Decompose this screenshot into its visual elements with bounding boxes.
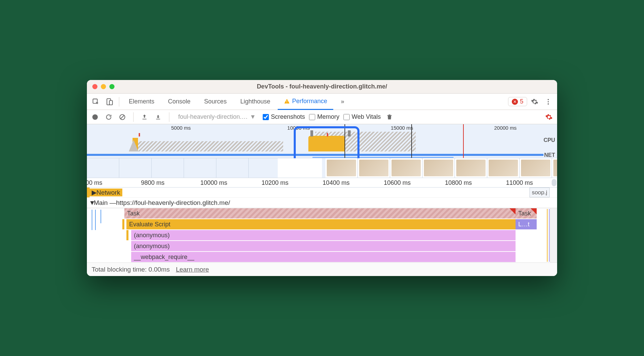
- target-select-label: foul-heavenly-direction.…: [178, 113, 248, 120]
- window-title: DevTools - foul-heavenly-direction.glitc…: [87, 83, 557, 90]
- error-icon: ✕: [512, 99, 518, 105]
- tab-elements[interactable]: Elements: [123, 94, 160, 110]
- warning-icon: [284, 98, 290, 104]
- overview-handle-left[interactable]: [310, 130, 313, 136]
- error-count: 5: [520, 98, 523, 105]
- tab-more[interactable]: »: [335, 94, 350, 110]
- reload-record-button[interactable]: [104, 112, 113, 122]
- flame-task-bar[interactable]: Task: [124, 208, 516, 219]
- flame-layout[interactable]: L…t: [516, 219, 537, 229]
- device-toggle-icon[interactable]: [103, 96, 116, 108]
- memory-checkbox[interactable]: Memory: [309, 113, 339, 120]
- footer-bar: Total blocking time: 0.00ms Learn more: [87, 262, 557, 276]
- cpu-activity: [87, 132, 543, 151]
- panel-tabbar: Elements Console Sources Lighthouse Perf…: [87, 94, 557, 110]
- tab-performance-label: Performance: [292, 98, 327, 105]
- svg-rect-11: [156, 119, 160, 119]
- overview-cpu-label: CPU: [543, 137, 555, 143]
- tab-console[interactable]: Console: [162, 94, 197, 110]
- total-blocking-time: Total blocking time: 0.00ms: [92, 266, 170, 273]
- svg-rect-3: [287, 100, 287, 102]
- network-request-chip[interactable]: soop.j: [530, 188, 550, 197]
- tracks-panel: ▶Network soop.j ▼ Main — https://foul-he…: [87, 188, 557, 262]
- expand-down-icon: ▼: [89, 199, 94, 207]
- flame-anonymous-1[interactable]: (anonymous): [131, 230, 516, 240]
- clear-button[interactable]: [118, 112, 127, 122]
- svg-rect-2: [109, 100, 112, 105]
- overview-ticks: 5000 ms 10000 ms 15000 ms 20000 ms: [87, 125, 557, 131]
- inspect-icon[interactable]: [90, 96, 102, 108]
- overview-handle-right[interactable]: [348, 130, 351, 136]
- separator: [119, 97, 119, 107]
- screenshots-checkbox[interactable]: Screenshots: [263, 113, 305, 120]
- settings-gear-icon[interactable]: [528, 96, 541, 108]
- error-count-pill[interactable]: ✕ 5: [508, 97, 527, 106]
- main-track-header[interactable]: ▼ Main — https://foul-heavenly-direction…: [87, 198, 557, 208]
- kebab-menu-icon[interactable]: [542, 96, 554, 108]
- ruler-scrollbar[interactable]: [552, 179, 556, 186]
- tab-sources[interactable]: Sources: [198, 94, 233, 110]
- flame-anonymous-2[interactable]: (anonymous): [131, 241, 516, 251]
- timeline-overview[interactable]: 5000 ms 10000 ms 15000 ms 20000 ms CPU N…: [87, 124, 557, 158]
- upload-profile-icon[interactable]: [140, 112, 149, 122]
- svg-point-5: [548, 99, 549, 100]
- svg-point-6: [548, 101, 549, 102]
- tab-performance[interactable]: Performance: [278, 94, 333, 110]
- flame-task-bar-2[interactable]: Task: [516, 208, 537, 219]
- overview-net-label: NET: [544, 152, 555, 158]
- flame-chart[interactable]: Task Task Evaluate Script L…t (anonymous…: [87, 208, 557, 262]
- webvitals-checkbox[interactable]: Web Vitals: [343, 113, 381, 120]
- filmstrip-frame: [87, 158, 119, 178]
- performance-toolbar: foul-heavenly-direction.… ▼ Screenshots …: [87, 110, 557, 124]
- capture-settings-gear-icon[interactable]: [544, 112, 554, 122]
- network-track-header[interactable]: ▶Network soop.j: [87, 188, 557, 198]
- target-select[interactable]: foul-heavenly-direction.… ▼: [175, 113, 259, 121]
- svg-point-8: [92, 114, 98, 120]
- titlebar: DevTools - foul-heavenly-direction.glitc…: [87, 80, 557, 94]
- main-url: https://foul-heavenly-direction.glitch.m…: [116, 199, 230, 207]
- flame-scrollbar[interactable]: [550, 208, 557, 262]
- flame-evaluate-script[interactable]: Evaluate Script: [126, 219, 516, 229]
- flame-webpack-require[interactable]: __webpack_require__: [131, 252, 516, 262]
- tab-lighthouse[interactable]: Lighthouse: [234, 94, 276, 110]
- svg-point-7: [548, 103, 549, 104]
- chevron-down-icon: ▼: [250, 113, 256, 120]
- learn-more-link[interactable]: Learn more: [176, 266, 209, 273]
- network-label: Network: [96, 189, 120, 196]
- download-profile-icon[interactable]: [153, 112, 163, 122]
- detail-ruler[interactable]: 00 ms 9800 ms 10000 ms 10200 ms 10400 ms…: [87, 178, 557, 188]
- expand-right-icon: ▶: [92, 189, 96, 196]
- overview-blue-bar: [87, 154, 543, 156]
- trash-icon[interactable]: [385, 112, 394, 122]
- svg-rect-4: [287, 102, 287, 103]
- record-button[interactable]: [90, 112, 100, 122]
- filmstrip[interactable]: [87, 158, 557, 178]
- devtools-window: DevTools - foul-heavenly-direction.glitc…: [87, 80, 557, 276]
- svg-rect-10: [142, 119, 147, 119]
